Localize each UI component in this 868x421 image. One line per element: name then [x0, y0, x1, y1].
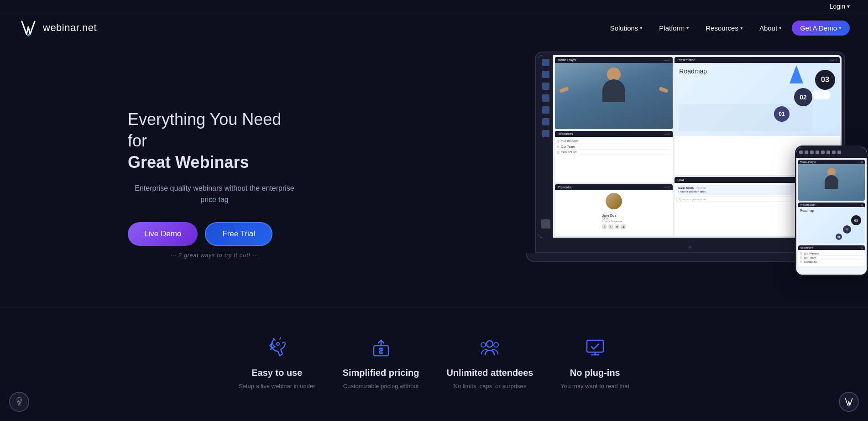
mobile-resources-header: Resources — □	[798, 245, 865, 250]
presenter-video	[555, 63, 673, 129]
hero-buttons: Live Demo Free Trial	[128, 222, 301, 246]
mobile-icon-1	[799, 151, 803, 154]
presenter-info: Jane Doe CEO Inspire Solutions f t in ⊕	[602, 214, 626, 229]
mobile-resource-1: Our Website	[800, 252, 863, 256]
mobile-roadmap-panel: Presentation — □ Roadmap 03 02 01	[798, 203, 865, 244]
sidebar-icon-6	[542, 118, 549, 125]
mobile-icon-3	[810, 151, 814, 154]
fingerprint-badge[interactable]	[9, 392, 29, 412]
mobile-icon-6	[826, 151, 830, 154]
headline-line1: Everything You Need for	[128, 110, 281, 150]
m-resource-icon-3	[800, 260, 802, 263]
nav-item-solutions[interactable]: Solutions ▾	[604, 21, 649, 36]
login-label: Login	[830, 3, 845, 10]
mobile-presenter-body	[825, 175, 838, 189]
resources-controls: — □	[664, 132, 670, 135]
mobile-media-panel: Media Player — □	[798, 160, 865, 201]
mobile-icon-8	[837, 151, 841, 154]
social-icons: f t in ⊕	[602, 224, 626, 229]
dollar-up-icon	[368, 335, 394, 360]
nav-item-resources[interactable]: Resources ▾	[699, 21, 749, 36]
feature-noplugins-desc: You may want to read that	[560, 382, 629, 391]
resource-icon-2	[557, 146, 559, 148]
feature-easy-to-use-desc: Setup a live webinar in under	[239, 382, 315, 391]
mobile-media-controls: — □	[858, 161, 863, 163]
login-link[interactable]: Login	[830, 3, 850, 10]
logo-text: webinar.net	[43, 22, 97, 34]
bottom-logo-badge[interactable]	[839, 392, 859, 412]
headline-line2: Great Webinars	[128, 152, 301, 173]
chevron-down-icon: ▾	[640, 25, 643, 31]
presenter-label: Presenter	[558, 186, 571, 189]
presenter-hand-left	[559, 87, 569, 93]
mobile-resources-label: Resources	[800, 246, 813, 249]
roadmap-circle-3: 03	[815, 70, 835, 90]
chevron-down-icon: ▾	[686, 25, 689, 31]
qa-label: Q&A	[677, 178, 684, 182]
web-icon: ⊕	[621, 224, 626, 229]
qa-user: Carol Smith	[678, 187, 694, 189]
qa-time: 10:00 AM	[696, 187, 706, 189]
mobile-roadmap-title: Roadmap	[800, 209, 863, 212]
mobile-media-body	[798, 164, 865, 201]
presentation-controls: — □	[831, 58, 837, 62]
resource-icon-3	[557, 151, 559, 154]
mobile-presenter-video	[798, 164, 865, 201]
chevron-down-icon: ▾	[839, 25, 842, 31]
sidebar-icon-7	[542, 130, 549, 137]
mobile-icon-7	[832, 151, 836, 154]
live-demo-button[interactable]: Live Demo	[128, 222, 198, 246]
cloud-decoration	[812, 90, 831, 99]
nav-item-platform[interactable]: Platform ▾	[653, 21, 695, 36]
resource-icon-1	[557, 140, 559, 143]
svg-point-3	[486, 341, 493, 347]
chevron-down-icon: ▾	[740, 25, 743, 31]
resource-label-3: Contact Us	[561, 151, 577, 154]
logo-icon	[18, 18, 38, 38]
resources-panel: Resources — □ Our Website	[555, 131, 673, 182]
resource-item-2: Our Team	[557, 144, 671, 150]
sidebar-icon-5	[542, 106, 549, 114]
feature-attendees-desc: No limits, caps, or surprises	[454, 382, 527, 391]
mobile-resources-body: Our Website Our Team Contact Us	[798, 250, 865, 266]
hero-subtext: Enterprise quality webinars without the …	[128, 182, 301, 206]
mobile-resource-3: Contact Us	[800, 260, 863, 264]
svg-point-0	[27, 34, 30, 36]
mobile-resource-2: Our Team	[800, 256, 863, 260]
mobile-content: Media Player — □	[796, 158, 867, 270]
mobile-icon-5	[821, 151, 825, 154]
mobile-header	[796, 147, 867, 158]
resources-header: Resources — □	[555, 131, 673, 137]
nav-item-about[interactable]: About ▾	[753, 21, 788, 36]
chevron-down-icon: ▾	[779, 25, 782, 31]
svg-point-1	[277, 343, 279, 345]
linkedin-icon: in	[615, 224, 619, 229]
nav-resources-label: Resources	[706, 24, 738, 32]
m-resource-label-2: Our Team	[804, 256, 816, 259]
resources-list: Our Website Our Team Contact Us	[555, 137, 673, 157]
free-trial-button[interactable]: Free Trial	[205, 222, 272, 246]
presenter-header: Presenter — □	[555, 184, 673, 190]
roadmap-circle-1: 01	[774, 106, 790, 122]
nav-demo-label: Get A Demo	[800, 24, 837, 32]
rocket-decoration	[790, 65, 803, 83]
main-navbar: webinar.net Solutions ▾ Platform ▾ Resou…	[0, 13, 868, 42]
roadmap-title: Roadmap	[679, 68, 707, 75]
facebook-icon: f	[602, 224, 607, 229]
svg-rect-6	[587, 340, 603, 352]
feature-pricing-title: Simplified pricing	[343, 368, 419, 378]
panel-controls: — □	[664, 58, 670, 62]
mobile-mockup: Media Player — □	[795, 146, 868, 276]
mobile-circle-2: 02	[843, 225, 851, 234]
mobile-media-header: Media Player — □	[798, 160, 865, 164]
presentation-header: Presentation — □	[675, 57, 840, 63]
logo[interactable]: webinar.net	[18, 18, 97, 38]
feature-attendees-title: Unlimited attendees	[446, 368, 533, 378]
hero-hint: ··· 2 great ways to try it out! ···	[128, 252, 301, 259]
nav-item-get-demo[interactable]: Get A Demo ▾	[792, 21, 850, 36]
presentation-label: Presentation	[677, 58, 695, 62]
roadmap-circle-2: 02	[794, 88, 812, 106]
mobile-roadmap-controls: — □	[858, 203, 863, 206]
svg-point-4	[481, 343, 486, 347]
qa-placeholder: Type your question he...	[679, 198, 708, 201]
